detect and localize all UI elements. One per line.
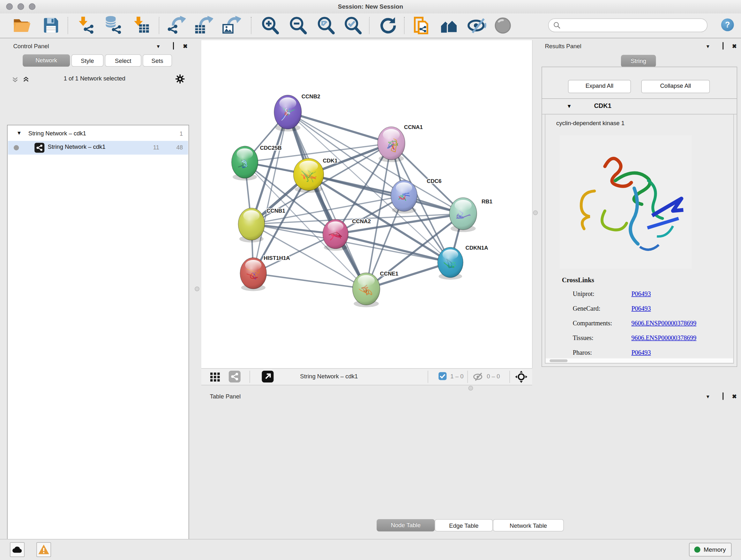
protein-section-expander-icon[interactable]: ▼: [567, 103, 572, 109]
open-file-icon[interactable]: [12, 16, 31, 35]
protein-description: cyclin-dependent kinase 1: [556, 120, 624, 127]
zoom-selected-icon[interactable]: [344, 16, 362, 35]
protein-result-box: ▼ CDK1 cyclin-dependent kinase 1 CrossLi…: [542, 98, 737, 367]
network-edges: [245, 112, 463, 289]
results-panel-float-icon[interactable]: [719, 42, 727, 50]
network-status-dot-icon: [14, 145, 19, 150]
edge-CCNB2-CCNA1[interactable]: [288, 112, 391, 143]
right-splitter-handle[interactable]: [533, 210, 538, 215]
edge-HIST1H1A-CCNE1[interactable]: [253, 273, 366, 289]
network-view-canvas[interactable]: CCNB2CCNA1CDC25BCDK1CDC6RB1CCNB1CCNA2CDK…: [201, 40, 533, 368]
node-CCNA1[interactable]: [378, 127, 405, 162]
node-label-CCNE1: CCNE1: [380, 271, 399, 277]
crosslink-label: Tissues:: [573, 334, 594, 342]
hide-panel-eye-icon[interactable]: [468, 16, 486, 35]
tab-select[interactable]: Select: [105, 54, 141, 67]
crosslink-label: Pharos:: [573, 349, 592, 357]
import-network-icon[interactable]: [77, 16, 95, 35]
bottom-splitter-handle[interactable]: [468, 386, 473, 390]
export-table-icon[interactable]: [194, 16, 213, 35]
node-CCNA2[interactable]: [323, 219, 348, 251]
control-panel-close-icon[interactable]: ✖: [181, 43, 190, 50]
tab-network[interactable]: Network: [23, 54, 70, 67]
import-network-database-icon[interactable]: [104, 16, 123, 35]
status-bar: Memory: [0, 539, 741, 560]
node-CDKN1A[interactable]: [437, 247, 463, 279]
node-HIST1H1A[interactable]: [240, 258, 266, 291]
network-label: String Network – cdk1: [48, 144, 106, 150]
toolbar-separator: [369, 17, 370, 34]
zoom-in-icon[interactable]: [261, 16, 280, 35]
main-toolbar: ?: [0, 13, 741, 38]
cloud-icon: [10, 543, 24, 557]
zoom-fit-icon[interactable]: [317, 16, 335, 35]
node-CCNB1[interactable]: [238, 208, 265, 243]
show-eye-icon[interactable]: [493, 16, 512, 35]
node-label-CCNA1: CCNA1: [404, 124, 423, 130]
search-box[interactable]: [548, 18, 708, 32]
table-panel-menu-icon[interactable]: ▾: [704, 393, 712, 401]
node-label-CDK1: CDK1: [323, 158, 337, 164]
crosslink-link[interactable]: P06493: [631, 349, 651, 357]
node-CDC6[interactable]: [391, 180, 417, 213]
node-CCNB2[interactable]: [274, 95, 301, 132]
control-panel-float-icon[interactable]: [169, 42, 178, 50]
zoom-out-icon[interactable]: [289, 16, 308, 35]
left-splitter-handle[interactable]: [195, 287, 199, 291]
window-title: Session: New Session: [0, 3, 741, 10]
tab-string[interactable]: String: [621, 55, 656, 67]
export-network-icon[interactable]: [167, 16, 186, 35]
grid-view-icon[interactable]: [209, 371, 221, 384]
birds-eye-crosshair-icon[interactable]: [515, 370, 528, 385]
tab-style[interactable]: Style: [71, 54, 104, 67]
network-node-count: 11: [145, 144, 159, 151]
tab-network-table[interactable]: Network Table: [493, 519, 564, 532]
protein-structure-image: [559, 135, 692, 269]
import-table-icon[interactable]: [132, 16, 151, 35]
network-row-selected[interactable]: String Network – cdk1 11 48: [8, 141, 188, 154]
save-session-icon[interactable]: [42, 16, 60, 35]
edge-CCNB2-CCNE1[interactable]: [288, 112, 366, 289]
clone-network-icon[interactable]: [412, 16, 430, 35]
network-view-title: String Network – cdk1: [300, 373, 358, 380]
network-edge-count: 48: [164, 144, 183, 151]
selected-checkbox-icon[interactable]: [439, 372, 447, 380]
refresh-icon[interactable]: [378, 16, 397, 35]
warnings-button[interactable]: [37, 543, 51, 557]
control-panel-menu-icon[interactable]: ▾: [154, 43, 163, 50]
expand-all-button[interactable]: Expand All: [568, 80, 631, 93]
node-label-CDC6: CDC6: [427, 178, 441, 184]
search-input[interactable]: [563, 20, 702, 30]
crosslinks-title: CrossLinks: [562, 276, 594, 284]
network-collection-row[interactable]: ▼ String Network – cdk1 1: [8, 127, 188, 141]
houses-icon[interactable]: [440, 16, 458, 35]
collapse-all-button[interactable]: Collapse All: [642, 80, 710, 93]
crosslink-link[interactable]: 9606.ENSP00000378699: [631, 334, 696, 342]
node-CCNE1[interactable]: [353, 273, 380, 307]
tab-node-table[interactable]: Node Table: [377, 519, 434, 532]
results-panel-close-icon[interactable]: ✖: [730, 43, 739, 50]
cloud-status-button[interactable]: [10, 543, 24, 557]
memory-label: Memory: [704, 546, 726, 553]
node-CDK1[interactable]: [293, 159, 324, 193]
crosslink-link[interactable]: P06493: [631, 290, 651, 298]
network-share-view-icon[interactable]: [229, 371, 241, 382]
memory-button[interactable]: Memory: [689, 543, 731, 557]
collection-expander-icon[interactable]: ▼: [17, 130, 22, 136]
results-panel-menu-icon[interactable]: ▾: [704, 43, 712, 50]
tab-sets[interactable]: Sets: [143, 54, 172, 67]
crosslink-link[interactable]: 9606.ENSP00000378699: [631, 320, 696, 327]
node-RB1[interactable]: [449, 198, 477, 232]
network-options-gear-icon[interactable]: [175, 74, 185, 86]
export-image-icon[interactable]: [222, 16, 241, 35]
table-panel-float-icon[interactable]: [719, 392, 727, 400]
help-button[interactable]: ?: [721, 18, 734, 31]
node-CDC25B[interactable]: [232, 146, 258, 181]
results-panel-title: Results Panel: [545, 43, 581, 50]
node-label-CDC25B: CDC25B: [260, 145, 281, 151]
results-hscrollbar[interactable]: [546, 358, 733, 362]
crosslink-link[interactable]: P06493: [631, 305, 651, 313]
tab-edge-table[interactable]: Edge Table: [434, 519, 493, 532]
table-panel-close-icon[interactable]: ✖: [730, 393, 739, 401]
open-in-window-icon[interactable]: [262, 371, 273, 382]
